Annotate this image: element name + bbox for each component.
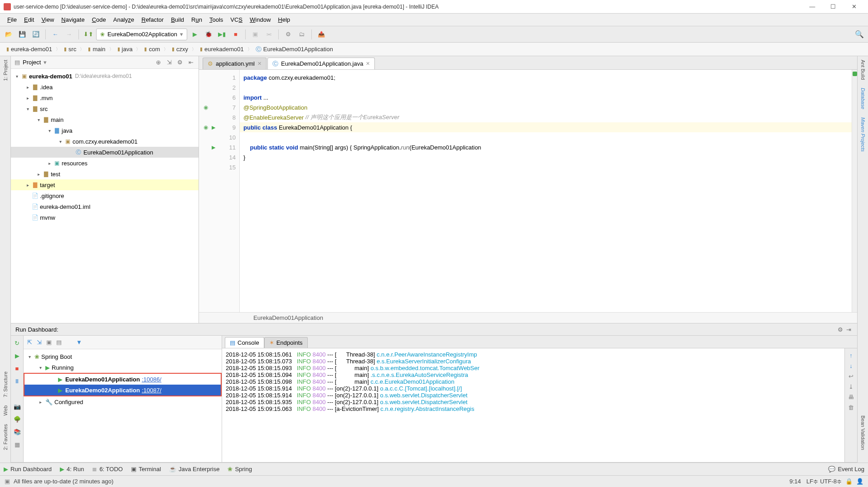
menu-build[interactable]: Build xyxy=(167,16,188,23)
dashboard-app[interactable]: ▶EurekaDemo01Application:10086/ xyxy=(24,374,221,385)
gear-icon[interactable]: ⚙ xyxy=(836,325,844,333)
group-icon[interactable]: ▤ xyxy=(56,339,62,346)
run-gutter-icon[interactable]: ▶ xyxy=(212,125,215,130)
layout-icon[interactable]: ▦ xyxy=(13,440,22,449)
group-icon[interactable]: ▣ xyxy=(46,339,52,346)
menu-tools[interactable]: Tools xyxy=(206,16,227,23)
book-icon[interactable]: 📚 xyxy=(13,427,22,436)
tree-item[interactable]: ▸▇target xyxy=(11,179,199,190)
tree-icon[interactable]: 🌳 xyxy=(13,415,22,424)
console-tab[interactable]: ▤Console xyxy=(225,337,264,348)
hide-icon[interactable]: ⇤ xyxy=(187,58,195,67)
debug-icon[interactable]: 🐞 xyxy=(203,29,214,40)
print-icon[interactable]: 🖶 xyxy=(848,394,854,400)
endpoints-tab[interactable]: ✶Endpoints xyxy=(264,337,308,348)
deploy-icon[interactable]: 📤 xyxy=(315,29,327,40)
settings-icon[interactable]: ⚙ xyxy=(282,29,294,40)
filter-icon[interactable]: ▼ xyxy=(76,339,82,346)
menu-file[interactable]: File xyxy=(4,16,20,23)
tree-item[interactable]: ▸▇.idea xyxy=(11,82,199,92)
build-icon[interactable]: ⬇⬆ xyxy=(82,29,94,40)
menu-vcs[interactable]: VCS xyxy=(227,16,246,23)
line-separator[interactable]: LF≑ xyxy=(806,478,818,485)
editor-tab[interactable]: ⒸEurekaDemo01Application.java✕ xyxy=(267,58,375,69)
run-gutter-icon[interactable]: ▶ xyxy=(212,145,215,150)
camera-icon[interactable]: 📷 xyxy=(13,402,22,411)
tab-bean-validation[interactable]: Bean Validation xyxy=(860,415,866,450)
scroll-icon[interactable]: ⤓ xyxy=(849,383,853,390)
dashboard-group-running[interactable]: ▾▶Running xyxy=(24,362,222,373)
breadcrumb-item[interactable]: ▮czxy xyxy=(169,45,191,53)
minimize-button[interactable]: — xyxy=(802,0,823,13)
menu-code[interactable]: Code xyxy=(88,16,110,23)
locate-icon[interactable]: ⊕ xyxy=(154,58,162,67)
pause-icon[interactable]: ⏸ xyxy=(13,376,22,386)
file-encoding[interactable]: UTF-8≑ xyxy=(820,478,842,485)
menu-navigate[interactable]: Navigate xyxy=(58,16,88,23)
tree-root[interactable]: ▾▣eureka-demo01D:\idea\eureka-demo01 xyxy=(11,71,199,82)
stop-icon[interactable]: ■ xyxy=(230,29,242,40)
event-log-button[interactable]: 💬Event Log xyxy=(828,466,864,473)
menu-window[interactable]: Window xyxy=(246,16,274,23)
tree-item[interactable]: 📄.gitignore xyxy=(11,190,199,201)
tree-item[interactable]: ▸▇test xyxy=(11,169,199,179)
close-tab-icon[interactable]: ✕ xyxy=(366,61,370,67)
tab-structure[interactable]: 7: Structure xyxy=(3,371,8,397)
dashboard-app[interactable]: ▶EurekaDemo02Application:10087/ xyxy=(24,385,221,395)
status-icon[interactable]: ▣ xyxy=(5,478,10,485)
bottom-tab-run[interactable]: ▶4: Run xyxy=(60,466,84,473)
collapse-icon[interactable]: ⇲ xyxy=(37,339,42,346)
menu-refactor[interactable]: Refactor xyxy=(138,16,167,23)
wrap-icon[interactable]: ↩ xyxy=(849,373,853,380)
search-icon[interactable]: 🔍 xyxy=(853,29,865,40)
bottom-tab-java-enterprise[interactable]: ☕Java Enterprise xyxy=(169,466,219,473)
tree-item[interactable]: ▾▇src xyxy=(11,103,199,114)
menu-view[interactable]: View xyxy=(38,16,58,23)
up-icon[interactable]: ↑ xyxy=(849,352,853,359)
dashboard-group-configured[interactable]: ▸🔧Configured xyxy=(24,396,222,407)
caret-position[interactable]: 9:14 xyxy=(790,478,801,485)
lock-icon[interactable]: 🔒 xyxy=(845,478,853,485)
bottom-tab-spring[interactable]: ❀Spring xyxy=(228,466,252,473)
structure-icon[interactable]: 🗂 xyxy=(296,29,308,40)
sync-icon[interactable]: 🔄 xyxy=(30,29,42,40)
bottom-tab-terminal[interactable]: ▣Terminal xyxy=(131,466,161,473)
breadcrumb-item[interactable]: ⒸEurekaDemo01Application xyxy=(253,44,336,54)
code-editor[interactable]: package com.czxy.eurekademo01; import ..… xyxy=(240,70,852,312)
back-icon[interactable]: ← xyxy=(49,29,61,40)
port-link[interactable]: :10086/ xyxy=(142,376,161,383)
attach-icon[interactable]: ⫘ xyxy=(263,29,275,40)
tab-ant[interactable]: Ant Build xyxy=(860,60,866,80)
hide-icon[interactable]: ⇥ xyxy=(844,325,853,333)
tab-favorites[interactable]: 2: Favorites xyxy=(3,424,8,450)
open-icon[interactable]: 📂 xyxy=(3,29,15,40)
menu-help[interactable]: Help xyxy=(274,16,294,23)
tree-item[interactable]: 📄mvnw xyxy=(11,212,199,223)
run-icon[interactable]: ▶ xyxy=(189,29,201,40)
tab-web[interactable]: Web xyxy=(3,405,8,415)
menu-edit[interactable]: Edit xyxy=(20,16,38,23)
bottom-tab-todo[interactable]: ≣6: TODO xyxy=(92,466,123,473)
console-output[interactable]: 2018-12-05 15:08:15.061 INFO 8400 --- [ … xyxy=(222,348,844,462)
stop-icon[interactable]: ■ xyxy=(13,364,22,373)
bottom-tab-run-dashboard[interactable]: ▶Run Dashboard xyxy=(4,466,52,473)
tree-item[interactable]: 📄eureka-demo01.iml xyxy=(11,201,199,212)
editor-tab[interactable]: ⚙application.yml✕ xyxy=(203,58,267,69)
tab-project[interactable]: 1: Project xyxy=(3,60,8,81)
clear-icon[interactable]: 🗑 xyxy=(848,404,854,411)
collapse-icon[interactable]: ⇲ xyxy=(165,58,173,67)
forward-icon[interactable]: → xyxy=(63,29,75,40)
coverage-icon[interactable]: ▶▮ xyxy=(216,29,228,40)
expand-icon[interactable]: ⇱ xyxy=(27,339,32,346)
tree-item-class[interactable]: ⒸEurekaDemo01Application xyxy=(11,147,199,158)
dashboard-group[interactable]: ▾❀Spring Boot xyxy=(24,351,222,362)
profile-icon[interactable]: ▣ xyxy=(249,29,261,40)
tab-maven[interactable]: Maven Projects xyxy=(860,117,866,152)
hector-icon[interactable]: 👤 xyxy=(856,478,863,485)
down-icon[interactable]: ↓ xyxy=(849,362,853,369)
save-icon[interactable]: 💾 xyxy=(16,29,28,40)
port-link[interactable]: :10087/ xyxy=(142,387,161,394)
close-tab-icon[interactable]: ✕ xyxy=(257,61,262,67)
tree-item[interactable]: ▸▇.mvn xyxy=(11,92,199,103)
maximize-button[interactable]: ☐ xyxy=(823,0,844,13)
